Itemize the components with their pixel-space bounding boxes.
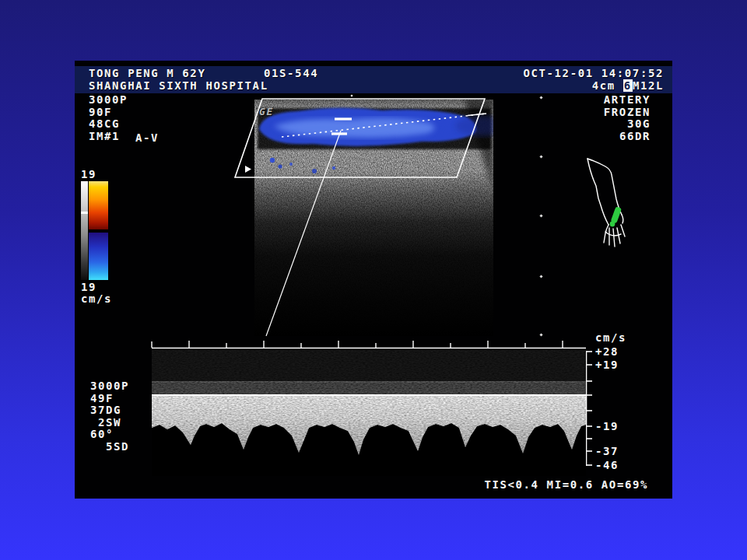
spectral-param-angle: 60° xyxy=(90,429,114,441)
probe-position-marker xyxy=(610,206,622,226)
velocity-label-p19: +19 xyxy=(595,359,619,372)
spectral-param-sv: 2SW xyxy=(90,417,121,429)
acoustic-output-status: TIS<0.4 MI=0.6 AO=69% xyxy=(484,479,648,492)
spectral-param-gain: 37DG xyxy=(90,404,121,417)
velocity-unit: cm/s xyxy=(595,332,626,345)
velocity-label-p28: +28 xyxy=(595,346,619,359)
velocity-label-n37: -37 xyxy=(595,446,619,458)
velocity-label-n46: -46 xyxy=(595,460,619,472)
spectral-param-frame: 49F xyxy=(90,393,114,405)
transducer-center-marker xyxy=(351,95,353,97)
color-roi-box xyxy=(235,99,485,177)
ultrasound-display: TONG PENG M 62Y 01S-544 OCT-12-01 14:07:… xyxy=(75,61,672,499)
velocity-label-n19: -19 xyxy=(595,421,619,433)
body-marker-arm-icon xyxy=(580,154,634,251)
velocity-scale-bracket xyxy=(586,351,592,466)
doppler-beam-line xyxy=(266,131,341,336)
spectral-param-power: 3000P xyxy=(90,380,129,393)
slide-background: TONG PENG M 62Y 01S-544 OCT-12-01 14:07:… xyxy=(0,0,747,560)
spectral-param-sweep: 5SD xyxy=(90,441,129,453)
orientation-marker xyxy=(245,166,251,173)
doppler-cursor-line xyxy=(282,114,486,137)
timeline-ticks xyxy=(152,341,563,348)
spectral-doppler-trace xyxy=(152,350,586,476)
